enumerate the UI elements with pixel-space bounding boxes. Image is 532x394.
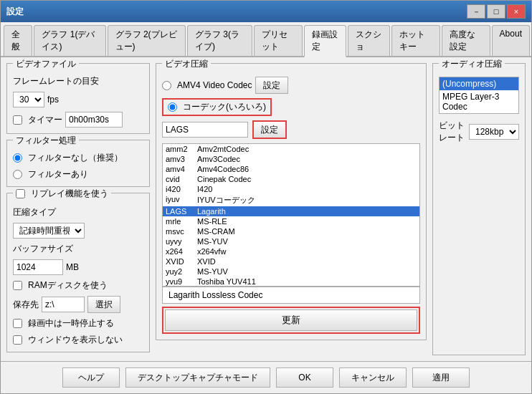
window-title: 設定	[6, 6, 24, 18]
tab-graph1[interactable]: グラフ 1(デバイス)	[34, 25, 105, 56]
cancel-button[interactable]: キャンセル	[339, 367, 407, 388]
codec-radio-highlighted: コーデック(いろいろ)	[162, 98, 272, 116]
codec-list-item[interactable]: amm2Amv2mtCodec	[163, 144, 419, 154]
codec-list[interactable]: amm2Amv2mtCodecamv3Amv3Codecamv4Amv4Code…	[162, 143, 420, 287]
desktop-button[interactable]: デスクトップキャプチャモード	[125, 367, 270, 388]
minimize-button[interactable]: －	[467, 4, 485, 19]
with-filter-label: フィルターあり	[28, 168, 88, 181]
content-area: ビデオファイル フレームレートの目安 30 fps タイマー	[1, 57, 531, 361]
codec-list-item[interactable]: amv3Amv3Codec	[163, 154, 419, 164]
audio-list-item[interactable]: MPEG Layer-3 Codec	[440, 90, 518, 113]
fps-label: fps	[47, 95, 59, 105]
tab-bar: 全般 グラフ 1(デバイス) グラフ 2(プレビュー) グラフ 3(ライブ) プ…	[1, 22, 531, 57]
audio-compress-group: オーディオ圧縮 (Uncompress)MPEG Layer-3 Codec ビ…	[432, 63, 526, 355]
codec-list-item[interactable]: uyvyMS-YUV	[163, 236, 419, 246]
codec-list-item[interactable]: mrleMS-RLE	[163, 216, 419, 226]
codec-list-item[interactable]: i420I420	[163, 184, 419, 194]
middle-panel: ビデオ圧縮 AMV4 Video Codec 設定 コーデック(いろいろ)	[156, 63, 427, 355]
codec-input-row: 設定	[162, 120, 420, 139]
video-compress-title: ビデオ圧縮	[162, 58, 211, 70]
no-window-label: ウィンドウを表示しない	[28, 334, 123, 346]
bitrate-row: ビットレート 128kbps	[439, 120, 519, 144]
replay-checkbox[interactable]	[16, 189, 25, 198]
framerate-select[interactable]: 30	[13, 92, 44, 107]
codec-status: Lagarith Lossless Codec	[162, 287, 420, 304]
pause-checkbox[interactable]	[13, 319, 22, 328]
codec-list-item[interactable]: amv4Amv4Codec86	[163, 164, 419, 174]
compress-type-label: 圧縮タイプ	[13, 206, 56, 218]
filter-title: フィルター処理	[13, 135, 79, 147]
close-button[interactable]: ×	[507, 4, 526, 19]
left-panel: ビデオファイル フレームレートの目安 30 fps タイマー	[6, 63, 150, 355]
buffer-unit-label: MB	[66, 262, 79, 272]
codec-input[interactable]	[162, 122, 248, 138]
codec-list-item[interactable]: x264x264vfw	[163, 246, 419, 256]
buffer-size-label: バッファサイズ	[13, 243, 73, 255]
audio-list[interactable]: (Uncompress)MPEG Layer-3 Codec	[439, 77, 519, 114]
tab-about[interactable]: About	[492, 25, 530, 56]
filter-group: フィルター処理 フィルターなし（推奨） フィルターあり	[6, 140, 150, 187]
timer-checkbox[interactable]	[13, 115, 22, 125]
audio-list-item[interactable]: (Uncompress)	[440, 77, 518, 90]
codec-list-item[interactable]: msvcMS-CRAM	[163, 226, 419, 236]
tab-screenshot[interactable]: スクショ	[348, 25, 390, 56]
update-button[interactable]: 更新	[165, 309, 417, 331]
replay-title: リプレイ機能を使う	[31, 188, 108, 200]
framerate-label: フレームレートの目安	[13, 75, 99, 87]
codec-list-item[interactable]: LAGSLagarith	[163, 206, 419, 216]
no-filter-label: フィルターなし（推奨）	[28, 152, 123, 164]
codec-list-item[interactable]: yvu9Toshiba YUV411	[163, 277, 419, 287]
codec-list-item[interactable]: XVIDXVID	[163, 256, 419, 266]
codec-radio[interactable]	[168, 102, 177, 112]
amv4-radio[interactable]	[162, 81, 171, 90]
tab-advanced[interactable]: 高度な設定	[442, 25, 490, 56]
buffer-size-input[interactable]	[13, 259, 63, 275]
ram-disk-label: RAMディスクを使う	[28, 279, 108, 292]
save-dest-input[interactable]	[42, 297, 85, 312]
title-bar: 設定 － □ ×	[1, 1, 531, 22]
video-compress-group: ビデオ圧縮 AMV4 Video Codec 設定 コーデック(いろいろ)	[156, 63, 427, 340]
codec-list-item[interactable]: iyuvIYUVコーデック	[163, 194, 419, 206]
replay-group: リプレイ機能を使う 圧縮タイプ 記録時間重視 バッファサイズ MB	[6, 193, 150, 352]
ok-button[interactable]: OK	[276, 367, 333, 388]
audio-compress-title: オーディオ圧縮	[439, 58, 505, 70]
settings-window: 設定 － □ × 全般 グラフ 1(デバイス) グラフ 2(プレビュー) グラフ…	[0, 0, 532, 394]
codec-label: コーデック(いろいろ)	[183, 101, 266, 113]
title-controls: － □ ×	[467, 4, 526, 19]
video-file-title: ビデオファイル	[13, 58, 79, 70]
right-panel: オーディオ圧縮 (Uncompress)MPEG Layer-3 Codec ビ…	[432, 63, 526, 355]
tab-general[interactable]: 全般	[4, 25, 32, 56]
timer-input[interactable]	[65, 112, 123, 128]
codec-settings-button[interactable]: 設定	[252, 120, 287, 139]
no-window-checkbox[interactable]	[13, 335, 22, 345]
maximize-button[interactable]: □	[487, 4, 505, 19]
replay-title-area: リプレイ機能を使う	[13, 188, 111, 200]
footer: ヘルプ デスクトップキャプチャモード OK キャンセル 適用	[1, 361, 531, 393]
select-button[interactable]: 選択	[87, 296, 120, 313]
help-button[interactable]: ヘルプ	[62, 367, 120, 388]
tab-recording[interactable]: 録画設定	[304, 25, 346, 57]
video-file-group: ビデオファイル フレームレートの目安 30 fps タイマー	[6, 63, 150, 134]
save-dest-label: 保存先	[13, 299, 39, 311]
tab-hotkey[interactable]: ホットキー	[391, 25, 440, 56]
codec-list-item[interactable]: cvidCinepak Codec	[163, 174, 419, 184]
compress-type-select[interactable]: 記録時間重視	[13, 223, 85, 239]
with-filter-radio[interactable]	[13, 170, 22, 179]
tab-preset[interactable]: プリセット	[254, 25, 303, 56]
pause-label: 録画中は一時停止する	[28, 317, 114, 330]
ram-disk-checkbox[interactable]	[13, 281, 22, 290]
amv4-settings-button[interactable]: 設定	[255, 77, 288, 94]
no-filter-radio[interactable]	[13, 153, 22, 163]
tab-graph3[interactable]: グラフ 3(ライブ)	[187, 25, 252, 56]
timer-label: タイマー	[28, 114, 62, 126]
codec-list-item[interactable]: yuy2MS-YUV	[163, 266, 419, 277]
amv4-label: AMV4 Video Codec	[177, 80, 252, 90]
bitrate-select[interactable]: 128kbps	[469, 124, 519, 140]
bitrate-label: ビットレート	[439, 120, 466, 144]
apply-button[interactable]: 適用	[412, 367, 470, 388]
update-btn-border: 更新	[162, 307, 420, 334]
tab-graph2[interactable]: グラフ 2(プレビュー)	[108, 25, 186, 56]
